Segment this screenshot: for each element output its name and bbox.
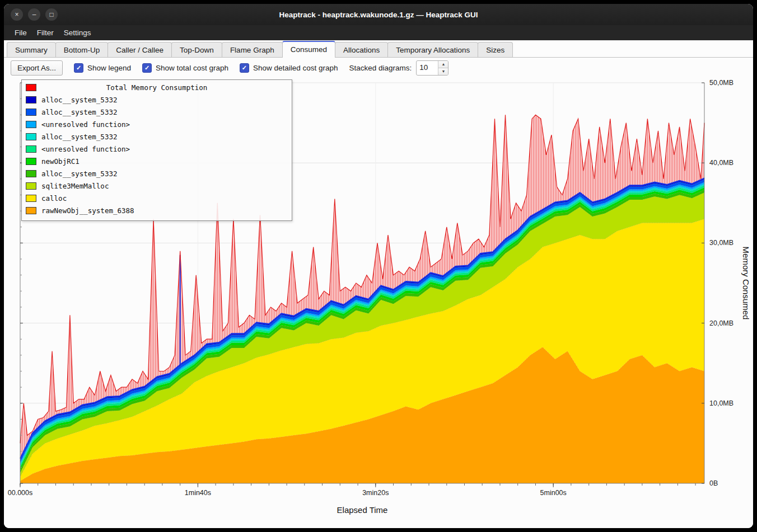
legend-item: alloc__system_5332 (26, 167, 288, 180)
chart-legend: Total Memory Consumption alloc__system_5… (21, 79, 292, 221)
legend-item: alloc__system_5332 (26, 93, 288, 106)
window-title: Heaptrack - heaptrack.wakunode.1.gz — He… (4, 11, 753, 19)
tab-temporary-allocations[interactable]: Temporary Allocations (387, 42, 478, 57)
legend-label: alloc__system_5332 (41, 108, 117, 116)
tab-caller-callee[interactable]: Caller / Callee (108, 42, 172, 57)
y-tick-label: 10,0MB (709, 399, 733, 407)
x-axis-title: Elapsed Time (337, 505, 388, 515)
y-tick-label: 30,0MB (709, 239, 733, 247)
y-tick-label: 20,0MB (709, 319, 733, 327)
legend-item: calloc (26, 192, 288, 204)
tabbar: SummaryBottom-UpCaller / CalleeTop-DownF… (4, 40, 753, 58)
menubar: FileFilterSettings (4, 25, 753, 40)
y-tick-label: 40,0MB (709, 159, 733, 167)
legend-item: <unresolved function> (26, 143, 288, 155)
legend-swatch (26, 158, 36, 165)
legend-swatch (26, 195, 36, 202)
export-as-button[interactable]: Export As... (11, 60, 63, 76)
legend-item: newObjRC1 (26, 155, 288, 167)
tab-summary[interactable]: Summary (7, 42, 56, 57)
x-tick-label: 1min40s (185, 489, 211, 497)
checkbox-show-legend[interactable]: ✓Show legend (74, 63, 131, 73)
tab-top-down[interactable]: Top-Down (171, 42, 222, 57)
y-tick-label: 50,0MB (709, 79, 733, 87)
minimize-button[interactable]: – (28, 8, 40, 21)
legend-label: newObjRC1 (41, 157, 80, 166)
app-window: ×–□ Heaptrack - heaptrack.wakunode.1.gz … (4, 4, 753, 528)
y-axis-title: Memory Consumed (741, 247, 749, 320)
x-tick-label: 5min00s (540, 489, 567, 497)
maximize-button[interactable]: □ (45, 8, 58, 21)
legend-title: Total Memory Consumption (26, 83, 288, 92)
tab-sizes[interactable]: Sizes (478, 42, 513, 57)
checkbox-check-icon[interactable]: ✓ (240, 63, 249, 73)
spinbox-up-icon[interactable]: ▲ (438, 61, 448, 68)
legend-swatch (26, 121, 36, 128)
legend-label: calloc (41, 194, 67, 203)
checkbox-check-icon[interactable]: ✓ (142, 63, 152, 73)
legend-item: <unresolved function> (26, 118, 288, 130)
x-tick-label: 00.000s (8, 489, 32, 497)
legend-item: rawNewObj__system_6388 (26, 204, 288, 216)
legend-item: alloc__system_5332 (26, 130, 288, 143)
window-controls: ×–□ (4, 8, 58, 21)
legend-swatch (26, 145, 36, 153)
tab-allocations[interactable]: Allocations (335, 42, 388, 57)
titlebar: ×–□ Heaptrack - heaptrack.wakunode.1.gz … (4, 4, 753, 25)
y-tick-label: 0B (709, 479, 718, 487)
tab-bottom-up[interactable]: Bottom-Up (55, 42, 109, 57)
legend-total-swatch (26, 84, 36, 91)
menu-settings[interactable]: Settings (59, 26, 96, 39)
checkbox-show-detailed-cost-graph[interactable]: ✓Show detailed cost graph (240, 63, 338, 73)
tab-flame-graph[interactable]: Flame Graph (222, 42, 283, 57)
tab-consumed[interactable]: Consumed (282, 41, 335, 58)
legend-label: <unresolved function> (41, 120, 130, 129)
menu-file[interactable]: File (10, 26, 32, 39)
checkbox-label: Show total cost graph (156, 64, 228, 72)
legend-item: alloc__system_5332 (26, 106, 288, 118)
legend-label: alloc__system_5332 (41, 170, 117, 178)
toolbar: Export As... ✓Show legend✓Show total cos… (4, 58, 753, 78)
toolbar-checkboxes: ✓Show legend✓Show total cost graph✓Show … (74, 63, 338, 73)
legend-swatch (26, 182, 36, 190)
legend-swatch (26, 133, 36, 140)
legend-label: <unresolved function> (41, 145, 130, 153)
legend-swatch (26, 207, 36, 214)
checkbox-show-total-cost-graph[interactable]: ✓Show total cost graph (142, 63, 228, 73)
stacked-diagrams-spinbox[interactable]: 10 ▲ ▼ (416, 60, 448, 76)
legend-swatch (26, 96, 36, 103)
legend-label: alloc__system_5332 (41, 133, 117, 141)
stacked-diagrams-value[interactable]: 10 (417, 61, 438, 75)
legend-item: sqlite3MemMalloc (26, 180, 288, 192)
legend-swatch (26, 170, 36, 177)
x-tick-label: 3min20s (362, 489, 389, 497)
legend-label: rawNewObj__system_6388 (41, 206, 134, 215)
memory-consumption-chart[interactable]: Total Memory Consumption alloc__system_5… (4, 78, 753, 528)
legend-label: sqlite3MemMalloc (41, 182, 109, 190)
legend-swatch (26, 109, 36, 116)
legend-label: alloc__system_5332 (41, 96, 117, 104)
menu-filter[interactable]: Filter (32, 26, 59, 39)
close-button[interactable]: × (11, 8, 23, 21)
checkbox-check-icon[interactable]: ✓ (74, 63, 83, 73)
checkbox-label: Show legend (87, 64, 131, 72)
checkbox-label: Show detailed cost graph (253, 64, 338, 72)
spinbox-down-icon[interactable]: ▼ (438, 68, 448, 75)
stacked-diagrams-label: Stacked diagrams: (349, 64, 412, 72)
